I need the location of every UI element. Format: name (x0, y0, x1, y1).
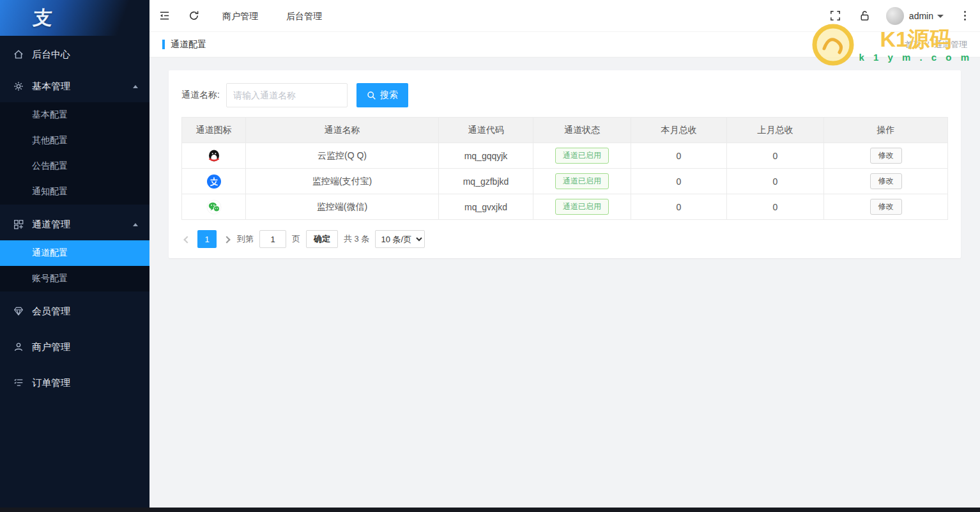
wechat-icon (206, 199, 222, 215)
last-month-total: 0 (727, 194, 824, 220)
member-gem-icon (13, 306, 24, 317)
search-input[interactable] (226, 83, 348, 107)
qq-icon (206, 148, 222, 164)
fullscreen-icon[interactable] (821, 0, 850, 32)
sidebar-item-basic-mgmt[interactable]: 基本管理 (0, 70, 149, 102)
status-badge: 通道已启用 (555, 148, 609, 164)
next-page-icon[interactable] (222, 235, 231, 244)
goto-confirm-button[interactable]: 确定 (306, 230, 338, 248)
submenu-label: 通知配置 (32, 186, 68, 198)
sidebar-item-account-config[interactable]: 账号配置 (0, 266, 149, 291)
channels-table: 通道图标 通道名称 通道代码 通道状态 本月总收 上月总收 操作 (181, 117, 948, 220)
submenu-basic: 基本配置 其他配置 公告配置 通知配置 (0, 102, 149, 205)
refresh-icon[interactable] (179, 0, 208, 32)
sidebar-item-other-config[interactable]: 其他配置 (0, 128, 149, 153)
sidebar-menu: 后台中心 基本管理 基本配置 其他配置 公告配置 通知配置 通道管理 通道配置 … (0, 36, 149, 399)
col-header-name: 通道名称 (246, 118, 439, 143)
col-header-status: 通道状态 (533, 118, 631, 143)
sidebar-item-merchant-mgmt[interactable]: 商户管理 (0, 331, 149, 363)
per-page-select[interactable]: 10 条/页 (375, 230, 425, 248)
channel-name: 云监控(Q Q) (246, 143, 439, 169)
sidebar-item-basic-config[interactable]: 基本配置 (0, 102, 149, 128)
logo-glyph-icon: 支 (32, 5, 54, 31)
sidebar-item-notice-config[interactable]: 公告配置 (0, 153, 149, 179)
topbar-tab-merchant[interactable]: 商户管理 (208, 0, 272, 32)
current-page-button[interactable]: 1 (197, 230, 217, 248)
sidebar-item-label: 基本管理 (32, 81, 70, 93)
status-badge: 通道已启用 (555, 173, 609, 189)
sidebar-item-label: 订单管理 (32, 377, 70, 389)
submenu-label: 账号配置 (32, 273, 68, 284)
submenu-channel: 通道配置 账号配置 (0, 240, 149, 291)
edit-button[interactable]: 修改 (870, 173, 902, 189)
home-icon (13, 49, 24, 60)
search-button-label: 搜索 (380, 89, 398, 101)
search-row: 通道名称: 搜索 (181, 83, 948, 107)
month-total: 0 (631, 143, 727, 169)
channels-grid-icon (13, 219, 24, 230)
channel-config-card: 通道名称: 搜索 通道图标 通道名称 通道代码 通道状态 本月总收 上月总收 操… (169, 70, 961, 258)
username: admin (909, 11, 933, 21)
sidebar: 支 后台中心 基本管理 基本配置 其他配置 公告配置 通知配置 通道管理 (0, 0, 149, 512)
page-unit-label: 页 (292, 233, 300, 245)
breadcrumb-separator: / (926, 40, 929, 49)
merchant-person-icon (13, 341, 24, 353)
sidebar-item-dashboard[interactable]: 后台中心 (0, 38, 149, 70)
edit-button[interactable]: 修改 (870, 199, 902, 215)
search-button[interactable]: 搜索 (356, 83, 408, 107)
topbar: 商户管理 后台管理 admin (149, 0, 980, 32)
sidebar-item-channel-config[interactable]: 通道配置 (0, 240, 149, 266)
lock-icon[interactable] (850, 0, 880, 32)
footer-strip (0, 508, 980, 512)
sidebar-item-label: 商户管理 (32, 341, 70, 353)
breadcrumb-home[interactable]: 首页 (905, 39, 921, 50)
total-count-label: 共 3 条 (344, 233, 369, 245)
breadcrumb-bar: 通道配置 首页 / 通道管理 (149, 32, 980, 58)
edit-button[interactable]: 修改 (870, 148, 902, 164)
channel-name: 监控端(微信) (246, 194, 439, 220)
collapse-sidebar-icon[interactable] (149, 0, 179, 32)
breadcrumb: 首页 / 通道管理 (905, 39, 967, 50)
main-content: 通道名称: 搜索 通道图标 通道名称 通道代码 通道状态 本月总收 上月总收 操… (149, 58, 980, 508)
col-header-month-total: 本月总收 (631, 118, 727, 143)
order-list-icon (13, 377, 24, 389)
page-title: 通道配置 (171, 39, 206, 50)
title-accent-bar (162, 40, 165, 49)
breadcrumb-current: 通道管理 (934, 39, 967, 50)
sidebar-item-order-mgmt[interactable]: 订单管理 (0, 367, 149, 399)
prev-page-icon[interactable] (183, 235, 192, 244)
channel-name: 监控端(支付宝) (246, 169, 439, 194)
user-menu[interactable]: admin (909, 11, 944, 21)
search-label: 通道名称: (181, 89, 220, 101)
table-row: 监控端(支付宝) mq_gzfbjkd 通道已启用 0 0 修改 (182, 169, 948, 194)
chevron-up-icon (133, 82, 138, 88)
status-badge: 通道已启用 (555, 199, 609, 215)
topbar-right: admin (821, 0, 980, 32)
submenu-label: 公告配置 (32, 160, 68, 172)
col-header-actions: 操作 (824, 118, 948, 143)
sidebar-item-label: 通道管理 (32, 219, 70, 231)
sidebar-item-label: 会员管理 (32, 306, 70, 318)
col-header-last-month-total: 上月总收 (727, 118, 824, 143)
goto-label: 到第 (237, 233, 254, 245)
search-icon (367, 91, 376, 100)
month-total: 0 (631, 169, 727, 194)
more-dots-icon[interactable] (950, 11, 980, 20)
chevron-up-icon (133, 221, 138, 226)
sidebar-item-channel-mgmt[interactable]: 通道管理 (0, 208, 149, 240)
last-month-total: 0 (727, 143, 824, 169)
sidebar-item-member-mgmt[interactable]: 会员管理 (0, 295, 149, 327)
goto-page-input[interactable] (259, 230, 286, 248)
sidebar-item-notify-config[interactable]: 通知配置 (0, 179, 149, 205)
channel-code: mq_gvxjkd (439, 194, 533, 220)
app-logo: 支 (0, 0, 149, 36)
table-row: 云监控(Q Q) mq_gqqyjk 通道已启用 0 0 修改 (182, 143, 948, 169)
topbar-tab-backend[interactable]: 后台管理 (272, 0, 336, 32)
channel-code: mq_gzfbjkd (439, 169, 533, 194)
col-header-icon: 通道图标 (182, 118, 246, 143)
avatar[interactable] (886, 7, 904, 25)
sidebar-item-label: 后台中心 (32, 49, 70, 61)
pagination: 1 到第 页 确定 共 3 条 10 条/页 (181, 230, 948, 248)
chevron-down-icon (937, 15, 944, 21)
submenu-label: 其他配置 (32, 135, 68, 146)
